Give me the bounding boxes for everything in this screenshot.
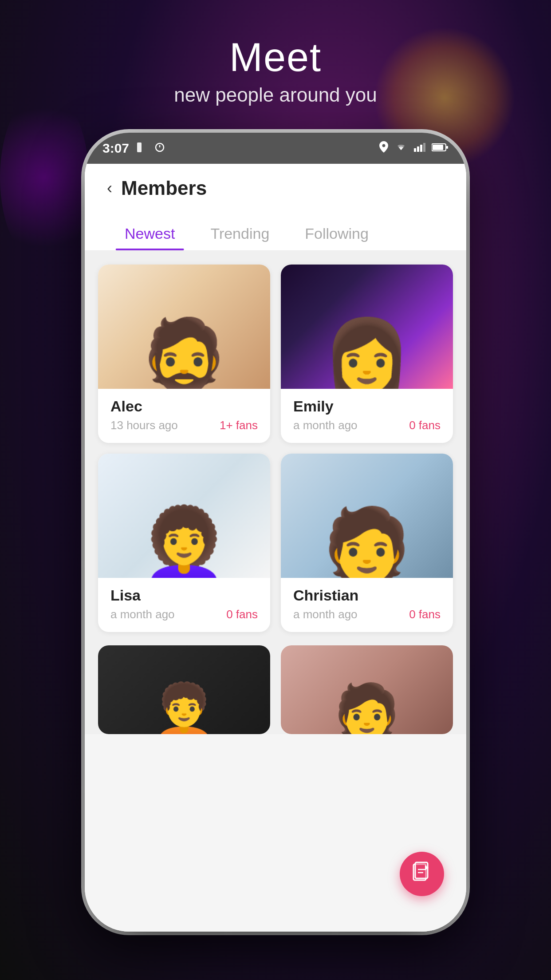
alec-time: 13 hours ago <box>110 419 178 432</box>
alec-fans: 1+ fans <box>220 419 258 432</box>
share-icon <box>411 861 433 887</box>
hero-section: Meet new people around you <box>174 36 377 106</box>
phone-screen: 3:07 <box>85 133 466 932</box>
svg-rect-4 <box>417 146 419 152</box>
emily-meta: a month ago 0 fans <box>293 419 441 432</box>
lisa-meta: a month ago 0 fans <box>110 608 258 621</box>
back-button[interactable]: ‹ <box>107 179 112 198</box>
christian-photo <box>281 454 453 578</box>
status-left: 3:07 <box>102 141 165 156</box>
member-card-lisa[interactable]: Lisa a month ago 0 fans <box>98 454 270 632</box>
svg-rect-6 <box>423 143 425 152</box>
emily-info: Emily a month ago 0 fans <box>281 389 453 443</box>
lisa-info: Lisa a month ago 0 fans <box>98 578 270 632</box>
hero-title: Meet <box>174 36 377 79</box>
status-bar: 3:07 <box>85 133 466 164</box>
fab-button[interactable] <box>400 852 444 896</box>
christian-time: a month ago <box>293 608 358 621</box>
svg-rect-0 <box>137 142 142 152</box>
lisa-time: a month ago <box>110 608 175 621</box>
svg-rect-5 <box>420 145 422 152</box>
christian-fans: 0 fans <box>409 608 441 621</box>
emily-fans: 0 fans <box>409 419 441 432</box>
lisa-photo <box>98 454 270 578</box>
sim-icon <box>136 141 148 155</box>
tab-trending[interactable]: Trending <box>193 217 287 250</box>
member-card-alec[interactable]: Alec 13 hours ago 1+ fans <box>98 265 270 443</box>
app-header: ‹ Members Newest Trending Following <box>85 164 466 250</box>
alec-name: Alec <box>110 398 258 415</box>
svg-rect-9 <box>446 146 448 149</box>
svg-rect-8 <box>433 145 443 150</box>
wifi-icon <box>394 142 408 154</box>
member-card-emily[interactable]: Emily a month ago 0 fans <box>281 265 453 443</box>
tab-newest[interactable]: Newest <box>107 217 193 250</box>
lisa-fans: 0 fans <box>226 608 258 621</box>
location-icon <box>379 141 388 155</box>
members-grid: Alec 13 hours ago 1+ fans Emily a m <box>85 251 466 645</box>
alec-info: Alec 13 hours ago 1+ fans <box>98 389 270 443</box>
status-time: 3:07 <box>102 141 129 156</box>
bottom-cards <box>85 645 466 734</box>
page-title: Members <box>121 177 207 199</box>
battery-icon <box>432 142 449 154</box>
tab-following[interactable]: Following <box>287 217 386 250</box>
tabs-container: Newest Trending Following <box>107 217 444 250</box>
emily-photo <box>281 265 453 389</box>
status-right <box>379 141 449 155</box>
svg-rect-11 <box>415 862 428 878</box>
svg-rect-3 <box>414 148 416 152</box>
emily-name: Emily <box>293 398 441 415</box>
alec-meta: 13 hours ago 1+ fans <box>110 419 258 432</box>
back-row: ‹ Members <box>107 177 444 208</box>
christian-name: Christian <box>293 587 441 604</box>
app-content: ‹ Members Newest Trending Following <box>85 164 466 932</box>
christian-info: Christian a month ago 0 fans <box>281 578 453 632</box>
christian-meta: a month ago 0 fans <box>293 608 441 621</box>
phone-mockup: 3:07 <box>85 133 466 932</box>
bottom-person2-photo <box>281 645 453 734</box>
alec-photo <box>98 265 270 389</box>
hero-subtitle: new people around you <box>174 84 377 106</box>
notification-icon <box>155 141 165 155</box>
bottom-card-1[interactable] <box>98 645 270 734</box>
bottom-person1-photo <box>98 645 270 734</box>
emily-time: a month ago <box>293 419 358 432</box>
bottom-card-2[interactable] <box>281 645 453 734</box>
lisa-name: Lisa <box>110 587 258 604</box>
signal-icon <box>414 142 425 154</box>
member-card-christian[interactable]: Christian a month ago 0 fans <box>281 454 453 632</box>
